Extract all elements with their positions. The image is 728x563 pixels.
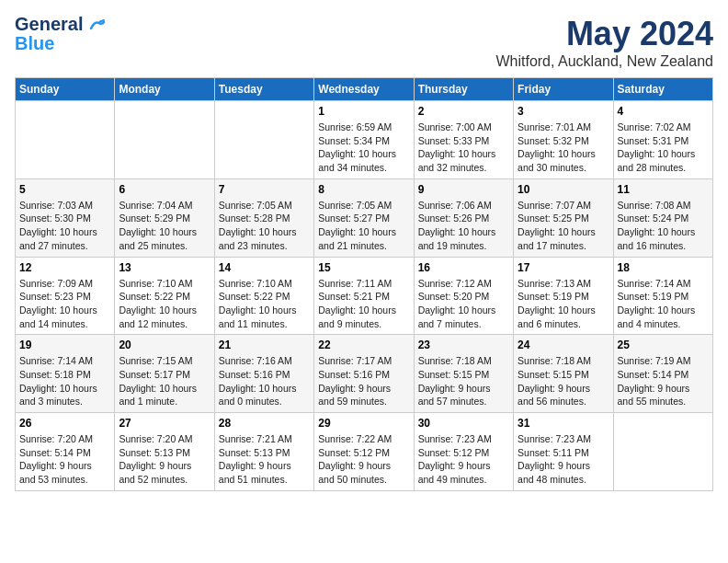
day-detail: Sunrise: 7:11 AMSunset: 5:21 PMDaylight:… [318, 277, 409, 331]
calendar-cell: 26Sunrise: 7:20 AMSunset: 5:14 PMDayligh… [16, 413, 115, 491]
calendar-cell: 10Sunrise: 7:07 AMSunset: 5:25 PMDayligh… [514, 178, 613, 257]
calendar-cell: 6Sunrise: 7:04 AMSunset: 5:29 PMDaylight… [115, 178, 214, 257]
day-detail: Sunrise: 7:00 AMSunset: 5:33 PMDaylight:… [418, 121, 509, 175]
month-year: May 2024 [495, 15, 713, 53]
calendar-cell: 14Sunrise: 7:10 AMSunset: 5:22 PMDayligh… [214, 257, 313, 335]
column-header-monday: Monday [115, 78, 214, 101]
day-detail: Sunrise: 7:10 AMSunset: 5:22 PMDaylight:… [219, 277, 310, 331]
calendar-cell: 5Sunrise: 7:03 AMSunset: 5:30 PMDaylight… [16, 178, 115, 257]
calendar-cell: 20Sunrise: 7:15 AMSunset: 5:17 PMDayligh… [115, 335, 214, 413]
calendar-week-row: 19Sunrise: 7:14 AMSunset: 5:18 PMDayligh… [16, 335, 713, 413]
logo-blue: Blue [15, 33, 54, 53]
day-number: 11 [618, 183, 709, 196]
day-detail: Sunrise: 6:59 AMSunset: 5:34 PMDaylight:… [318, 121, 409, 175]
day-number: 2 [418, 105, 509, 118]
day-number: 3 [518, 105, 609, 118]
day-detail: Sunrise: 7:14 AMSunset: 5:18 PMDaylight:… [19, 354, 110, 408]
location: Whitford, Auckland, New Zealand [495, 53, 713, 70]
day-number: 20 [119, 339, 210, 351]
calendar-cell: 4Sunrise: 7:02 AMSunset: 5:31 PMDaylight… [613, 101, 712, 179]
day-detail: Sunrise: 7:12 AMSunset: 5:20 PMDaylight:… [418, 277, 509, 331]
day-detail: Sunrise: 7:07 AMSunset: 5:25 PMDaylight:… [518, 199, 609, 253]
calendar-cell: 11Sunrise: 7:08 AMSunset: 5:24 PMDayligh… [613, 178, 712, 257]
calendar-cell: 27Sunrise: 7:20 AMSunset: 5:13 PMDayligh… [115, 413, 214, 491]
day-number: 29 [318, 417, 409, 430]
day-number: 15 [318, 261, 409, 274]
calendar-week-row: 5Sunrise: 7:03 AMSunset: 5:30 PMDaylight… [16, 178, 713, 257]
day-detail: Sunrise: 7:17 AMSunset: 5:16 PMDaylight:… [318, 354, 409, 408]
column-header-tuesday: Tuesday [214, 78, 313, 101]
calendar-cell: 9Sunrise: 7:06 AMSunset: 5:26 PMDaylight… [414, 178, 513, 257]
day-detail: Sunrise: 7:14 AMSunset: 5:19 PMDaylight:… [618, 277, 709, 331]
calendar-cell [613, 413, 712, 491]
day-detail: Sunrise: 7:01 AMSunset: 5:32 PMDaylight:… [518, 121, 609, 175]
day-detail: Sunrise: 7:19 AMSunset: 5:14 PMDaylight:… [618, 354, 709, 408]
day-detail: Sunrise: 7:05 AMSunset: 5:28 PMDaylight:… [219, 199, 310, 253]
calendar-cell [115, 101, 214, 179]
day-number: 5 [19, 183, 110, 196]
day-number: 16 [418, 261, 509, 274]
day-number: 26 [19, 417, 110, 430]
day-detail: Sunrise: 7:08 AMSunset: 5:24 PMDaylight:… [618, 199, 709, 253]
calendar-cell: 19Sunrise: 7:14 AMSunset: 5:18 PMDayligh… [16, 335, 115, 413]
day-detail: Sunrise: 7:18 AMSunset: 5:15 PMDaylight:… [518, 354, 609, 408]
day-detail: Sunrise: 7:05 AMSunset: 5:27 PMDaylight:… [318, 199, 409, 253]
day-detail: Sunrise: 7:16 AMSunset: 5:16 PMDaylight:… [219, 354, 310, 408]
calendar-table: SundayMondayTuesdayWednesdayThursdayFrid… [15, 77, 713, 491]
day-number: 18 [618, 261, 709, 274]
column-header-sunday: Sunday [16, 78, 115, 101]
day-detail: Sunrise: 7:20 AMSunset: 5:13 PMDaylight:… [119, 432, 210, 487]
page-header: General Blue May 2024 Whitford, Auckland… [15, 15, 713, 70]
calendar-cell: 8Sunrise: 7:05 AMSunset: 5:27 PMDaylight… [314, 178, 414, 257]
day-number: 24 [518, 339, 609, 351]
day-detail: Sunrise: 7:22 AMSunset: 5:12 PMDaylight:… [318, 432, 409, 487]
day-number: 12 [19, 261, 110, 274]
calendar-week-row: 1Sunrise: 6:59 AMSunset: 5:34 PMDaylight… [16, 101, 713, 179]
day-number: 30 [418, 417, 509, 430]
day-detail: Sunrise: 7:18 AMSunset: 5:15 PMDaylight:… [418, 354, 509, 408]
calendar-cell [16, 101, 115, 179]
calendar-cell: 16Sunrise: 7:12 AMSunset: 5:20 PMDayligh… [414, 257, 513, 335]
day-detail: Sunrise: 7:21 AMSunset: 5:13 PMDaylight:… [219, 432, 310, 487]
calendar-cell: 2Sunrise: 7:00 AMSunset: 5:33 PMDaylight… [414, 101, 513, 179]
calendar-week-row: 12Sunrise: 7:09 AMSunset: 5:23 PMDayligh… [16, 257, 713, 335]
calendar-cell: 30Sunrise: 7:23 AMSunset: 5:12 PMDayligh… [414, 413, 513, 491]
calendar-cell: 29Sunrise: 7:22 AMSunset: 5:12 PMDayligh… [314, 413, 414, 491]
day-detail: Sunrise: 7:20 AMSunset: 5:14 PMDaylight:… [19, 432, 110, 487]
day-detail: Sunrise: 7:09 AMSunset: 5:23 PMDaylight:… [19, 277, 110, 331]
calendar-cell: 28Sunrise: 7:21 AMSunset: 5:13 PMDayligh… [214, 413, 313, 491]
column-header-thursday: Thursday [414, 78, 513, 101]
day-number: 25 [618, 339, 709, 351]
calendar-cell: 23Sunrise: 7:18 AMSunset: 5:15 PMDayligh… [414, 335, 513, 413]
calendar-cell: 21Sunrise: 7:16 AMSunset: 5:16 PMDayligh… [214, 335, 313, 413]
calendar-header-row: SundayMondayTuesdayWednesdayThursdayFrid… [16, 78, 713, 101]
day-detail: Sunrise: 7:06 AMSunset: 5:26 PMDaylight:… [418, 199, 509, 253]
day-number: 6 [119, 183, 210, 196]
day-detail: Sunrise: 7:10 AMSunset: 5:22 PMDaylight:… [119, 277, 210, 331]
day-detail: Sunrise: 7:04 AMSunset: 5:29 PMDaylight:… [119, 199, 210, 253]
day-detail: Sunrise: 7:13 AMSunset: 5:19 PMDaylight:… [518, 277, 609, 331]
calendar-cell [214, 101, 313, 179]
column-header-friday: Friday [514, 78, 613, 101]
day-number: 31 [518, 417, 609, 430]
calendar-cell: 12Sunrise: 7:09 AMSunset: 5:23 PMDayligh… [16, 257, 115, 335]
calendar-cell: 22Sunrise: 7:17 AMSunset: 5:16 PMDayligh… [314, 335, 414, 413]
day-number: 14 [219, 261, 310, 274]
day-number: 19 [19, 339, 110, 351]
day-number: 8 [318, 183, 409, 196]
column-header-wednesday: Wednesday [314, 78, 414, 101]
day-number: 9 [418, 183, 509, 196]
day-number: 21 [219, 339, 310, 351]
day-number: 13 [119, 261, 210, 274]
calendar-cell: 7Sunrise: 7:05 AMSunset: 5:28 PMDaylight… [214, 178, 313, 257]
calendar-cell: 24Sunrise: 7:18 AMSunset: 5:15 PMDayligh… [514, 335, 613, 413]
column-header-saturday: Saturday [613, 78, 712, 101]
day-detail: Sunrise: 7:03 AMSunset: 5:30 PMDaylight:… [19, 199, 110, 253]
day-number: 22 [318, 339, 409, 351]
calendar-cell: 18Sunrise: 7:14 AMSunset: 5:19 PMDayligh… [613, 257, 712, 335]
calendar-cell: 31Sunrise: 7:23 AMSunset: 5:11 PMDayligh… [514, 413, 613, 491]
day-number: 7 [219, 183, 310, 196]
day-detail: Sunrise: 7:02 AMSunset: 5:31 PMDaylight:… [618, 121, 709, 175]
day-detail: Sunrise: 7:15 AMSunset: 5:17 PMDaylight:… [119, 354, 210, 408]
calendar-cell: 13Sunrise: 7:10 AMSunset: 5:22 PMDayligh… [115, 257, 214, 335]
